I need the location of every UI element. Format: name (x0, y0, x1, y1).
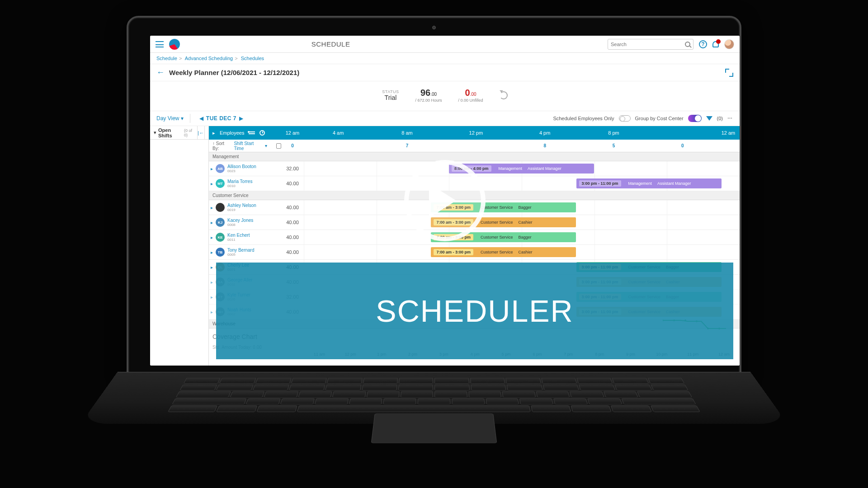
sort-value[interactable]: Shift Start Time (234, 141, 260, 151)
clock-icon[interactable] (259, 130, 265, 136)
overlay-word: SCHEDULER (376, 293, 573, 328)
expand-row-icon[interactable]: ▸ (211, 295, 213, 300)
back-arrow-icon[interactable]: ← (156, 68, 165, 77)
status-label: STATUS (382, 89, 399, 94)
count-cell: 0 (281, 143, 304, 148)
hours-value: 96 (420, 88, 430, 98)
shift-track[interactable]: 7:00 am - 3:00 pm Customer Service Cashi… (304, 245, 740, 259)
shift-block[interactable]: 7:00 am - 3:00 pm Customer Service Cashi… (431, 247, 576, 257)
expand-row-icon[interactable]: ▸ (211, 280, 213, 285)
count-cell: 5 (579, 143, 648, 148)
play-button[interactable] (404, 160, 486, 241)
breadcrumb-item[interactable]: Schedule (156, 56, 177, 61)
time-header-cell: 4 pm (510, 130, 579, 136)
group-by-toggle[interactable] (688, 115, 702, 122)
day-view-dropdown[interactable]: Day View ▾ (156, 115, 184, 122)
shift-track[interactable]: 3:00 pm - 11:00 pm Management Assistant … (304, 176, 740, 191)
filter-icon[interactable] (706, 116, 712, 124)
prev-day-button[interactable]: ◀ (197, 115, 206, 122)
expand-row-icon[interactable]: ▸ (211, 166, 213, 171)
expand-row-icon[interactable]: ▸ (211, 220, 213, 225)
shift-time: 7:00 am - 3:00 pm (434, 249, 473, 255)
shift-track[interactable]: 8:00 am - 4:00 pm Management Assistant M… (304, 161, 740, 176)
status-value: Trial (382, 94, 399, 101)
count-cell: 7 (373, 143, 441, 148)
expand-row-icon[interactable]: ▸ (211, 235, 213, 240)
help-icon[interactable]: ? (699, 40, 707, 48)
time-header-cell: 12 pm (442, 130, 510, 136)
time-header-cell: 12 am (281, 130, 304, 136)
open-shifts-label: Open Shifts (158, 127, 182, 138)
user-avatar[interactable] (724, 39, 734, 49)
expand-row-icon[interactable]: ▸ (211, 205, 213, 210)
employees-header[interactable]: Employees (220, 130, 244, 136)
shift-track[interactable]: 7:00 am - 3:00 pm Customer Service Bagge… (304, 200, 740, 215)
employee-id: 0010 (227, 184, 252, 188)
video-title-overlay: SCHEDULER (216, 263, 733, 359)
hamburger-icon[interactable] (156, 41, 164, 47)
shift-role: Cashier (519, 250, 533, 254)
expand-row-icon[interactable]: ▸ (211, 250, 213, 255)
open-shifts-header[interactable]: ▾ Open Shifts (0 of 0) |← (150, 126, 208, 140)
employee-id: 0008 (227, 223, 253, 227)
employee-info[interactable]: ▸ KJ Kacey Jones 0008 (209, 218, 281, 227)
employee-info[interactable]: ▸ AB Allison Booton 0023 (209, 164, 281, 173)
shift-track[interactable]: 7:00 am - 3:00 pm Customer Service Cashi… (304, 215, 740, 230)
timeline-header: ▸ Employees 12 am4 am8 am12 pm4 pm8 pm12… (209, 126, 740, 140)
breadcrumb-item[interactable]: Schedules (241, 56, 264, 61)
employee-name[interactable]: Kacey Jones (227, 218, 253, 223)
search-icon[interactable] (685, 42, 690, 47)
employee-name[interactable]: Ashley Nelson (227, 203, 256, 208)
camera-dot (432, 26, 436, 29)
group-header[interactable]: Management (209, 152, 740, 161)
app-logo[interactable] (169, 39, 180, 50)
count-cell: 0 (648, 143, 717, 148)
unfilled-value: 0 (465, 88, 470, 98)
app-screen: SCHEDULE ? Schedule> Advanced Scheduling… (150, 36, 740, 366)
expand-row-icon[interactable]: ▸ (211, 265, 213, 270)
search-box[interactable] (608, 39, 693, 50)
breadcrumb-item[interactable]: Advanced Scheduling (185, 56, 233, 61)
shift-dept: Management (628, 181, 652, 186)
shift-role: Assistant Manager (657, 181, 691, 186)
expand-row-icon[interactable]: ▸ (211, 310, 213, 314)
employee-info[interactable]: ▸ KE Ken Echert 0011 (209, 233, 281, 242)
shift-track[interactable]: 7:00 am - 3:00 pm Customer Service Bagge… (304, 230, 740, 244)
laptop-keyboard-deck (80, 372, 788, 424)
shift-role: Assistant Manager (528, 166, 561, 171)
bell-icon[interactable] (712, 41, 719, 47)
employee-avatar: KE (216, 233, 225, 242)
next-day-button[interactable]: ▶ (236, 115, 246, 122)
scheduled-only-toggle[interactable] (619, 115, 631, 122)
employee-id: 0005 (227, 253, 254, 257)
employee-name[interactable]: Allison Booton (227, 164, 256, 169)
trackpad (371, 413, 497, 443)
employee-hours: 40.00 (281, 205, 304, 210)
expand-row-icon[interactable]: ▸ (211, 181, 213, 186)
person-icon[interactable] (276, 143, 281, 149)
time-header-cell: 8 am (373, 130, 441, 136)
swap-icon[interactable] (249, 131, 255, 134)
search-input[interactable] (611, 42, 682, 47)
employee-name[interactable]: Maria Torres (227, 179, 252, 184)
shift-block[interactable]: 3:00 pm - 11:00 pm Management Assistant … (576, 178, 722, 188)
time-header-cell: 8 pm (579, 130, 648, 136)
employee-info[interactable]: ▸ Ashley Nelson 0019 (209, 203, 281, 212)
employee-info[interactable]: ▸ TB Tony Bernard 0005 (209, 248, 281, 257)
unfilled-sub: / 0.00 Unfilled (458, 98, 483, 103)
more-menu-icon[interactable]: ⋯ (727, 116, 733, 122)
employee-info[interactable]: ▸ MT Maria Torres 0010 (209, 179, 281, 188)
current-date[interactable]: TUE DEC 7 (206, 115, 236, 122)
employee-name[interactable]: Ken Echert (227, 233, 250, 238)
time-header-cell: 12 am (717, 130, 740, 136)
refresh-icon[interactable] (500, 91, 508, 99)
employee-name[interactable]: Tony Bernard (227, 248, 254, 253)
chevron-down-icon: ▾ (154, 130, 156, 136)
hours-metric: 96.00 / 672.00 Hours (415, 88, 442, 103)
open-shifts-count: (0 of 0) (184, 128, 195, 137)
employee-avatar: TB (216, 248, 225, 257)
fullscreen-icon[interactable] (725, 69, 733, 77)
collapse-panel-icon[interactable]: |← (197, 126, 205, 140)
shift-dept: Management (499, 166, 523, 171)
employee-avatar: KJ (216, 218, 225, 227)
